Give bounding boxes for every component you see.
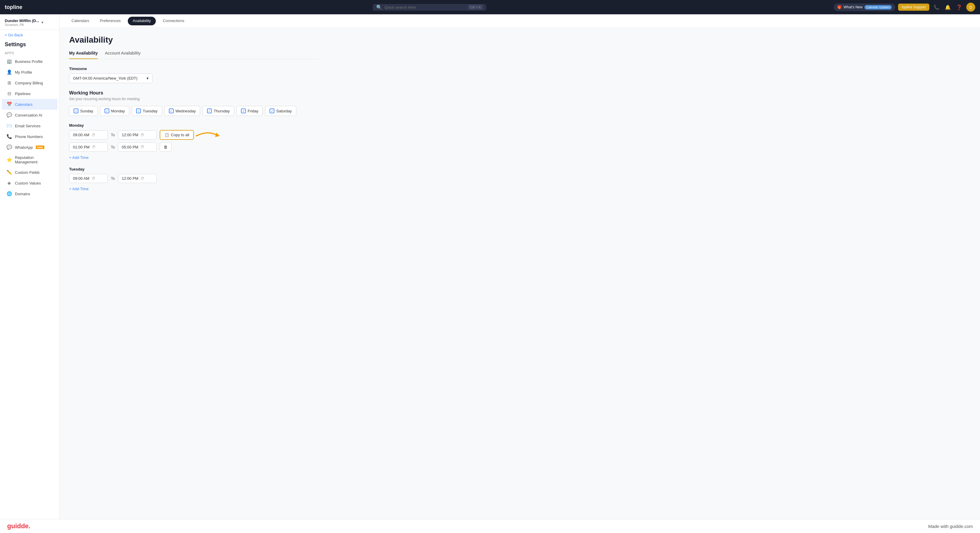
avatar[interactable]: D <box>966 3 975 12</box>
sidebar-item-custom-values[interactable]: ◈ Custom Values <box>2 178 57 188</box>
domains-icon: 🌐 <box>6 191 12 196</box>
sidebar-item-conversation-ai[interactable]: 💬 Conversation AI <box>2 110 57 120</box>
copy-all-wrapper: 📋 Copy to all <box>160 130 194 140</box>
search-input[interactable] <box>385 5 466 10</box>
sidebar-item-phone-numbers[interactable]: 📞 Phone Numbers <box>2 131 57 142</box>
account-sub: Scranton, PA <box>5 23 39 27</box>
tuesday-row: Tuesday 09:00 AM ⏱ To 12:00 PM ⏱ + Add T… <box>69 167 318 192</box>
friday-checkbox[interactable]: ✓ <box>241 109 246 113</box>
sidebar-item-calendars[interactable]: 📅 Calendars <box>2 99 57 110</box>
day-btn-monday[interactable]: ✓ Monday <box>100 106 129 116</box>
custom-values-icon: ◈ <box>6 180 12 186</box>
page-body: Availability My Availability Account Ava… <box>60 28 328 205</box>
friday-label: Friday <box>248 109 258 113</box>
day-buttons: ✓ Sunday ✓ Monday ✓ Tuesday ✓ Wednesday … <box>69 106 318 116</box>
sidebar-item-label: Business Profile <box>15 59 43 64</box>
delete-time-button[interactable]: 🗑 <box>160 142 172 152</box>
sidebar-item-label: Reputation Management <box>15 155 53 164</box>
time-value: 01:00 PM <box>73 145 90 149</box>
calendars-icon: 📅 <box>6 102 12 107</box>
day-btn-wednesday[interactable]: ✓ Wednesday <box>164 106 200 116</box>
support-button[interactable]: topline Support <box>898 3 929 11</box>
wednesday-checkbox[interactable]: ✓ <box>169 109 173 113</box>
working-hours-title: Working Hours <box>69 90 318 96</box>
monday-end-1[interactable]: 12:00 PM ⏱ <box>118 130 157 139</box>
day-btn-thursday[interactable]: ✓ Thursday <box>202 106 234 116</box>
time-value: 09:00 AM <box>73 132 89 137</box>
tuesday-start-1[interactable]: 09:00 AM ⏱ <box>69 174 108 183</box>
copy-icon: 📋 <box>164 132 169 137</box>
chevron-down-icon: ▾ <box>146 76 149 80</box>
day-btn-tuesday[interactable]: ✓ Tuesday <box>132 106 162 116</box>
chevron-down-icon: ▼ <box>41 21 44 24</box>
bell-icon[interactable]: 🔔 <box>943 3 952 11</box>
sidebar-item-email-services[interactable]: ✉️ Email Services <box>2 120 57 131</box>
sidebar-item-label: WhatsApp <box>15 145 33 150</box>
monday-start-2[interactable]: 01:00 PM ⏱ <box>69 142 108 152</box>
whatsapp-icon: 💬 <box>6 145 12 150</box>
calendar-updates-badge: Calendar Updates <box>864 5 892 10</box>
tuesday-checkbox[interactable]: ✓ <box>136 109 141 113</box>
search-shortcut: Ctrl + K <box>468 5 483 10</box>
add-time-monday[interactable]: + Add Time <box>69 154 89 161</box>
timezone-value: GMT-04:00 America/New_York (EDT) <box>73 76 137 80</box>
add-time-tuesday[interactable]: + Add Time <box>69 185 89 192</box>
clock-icon: ⏱ <box>141 177 144 180</box>
phone-icon[interactable]: 📞 <box>932 3 941 11</box>
monday-label: Monday <box>111 109 125 113</box>
pipelines-icon: ⊟ <box>6 91 12 96</box>
time-value: 05:00 PM <box>122 145 138 149</box>
tab-calendars[interactable]: Calendars <box>67 14 94 28</box>
whats-new-button[interactable]: 🎁 What's New Calendar Updates <box>834 3 895 11</box>
inner-tab-account-availability[interactable]: Account Availability <box>105 51 141 59</box>
search-bar[interactable]: 🔍 Ctrl + K <box>373 4 486 10</box>
tab-preferences[interactable]: Preferences <box>95 14 126 28</box>
tab-connections[interactable]: Connections <box>158 14 189 28</box>
monday-checkbox[interactable]: ✓ <box>105 109 109 113</box>
sidebar-item-label: Custom Values <box>15 181 41 185</box>
sidebar-item-domains[interactable]: 🌐 Domains <box>2 188 57 199</box>
search-icon: 🔍 <box>376 5 382 10</box>
account-switcher[interactable]: Dunder Mifflin (D... Scranton, PA ▼ <box>5 19 54 27</box>
timezone-select[interactable]: GMT-04:00 America/New_York (EDT) ▾ <box>69 73 153 83</box>
sidebar-item-whatsapp[interactable]: 💬 WhatsApp beta <box>2 142 57 153</box>
day-btn-sunday[interactable]: ✓ Sunday <box>69 106 98 116</box>
saturday-checkbox[interactable]: ✓ <box>270 109 274 113</box>
apps-section-label: Apps <box>0 49 59 56</box>
tuesday-end-1[interactable]: 12:00 PM ⏱ <box>118 174 157 183</box>
sidebar-item-business-profile[interactable]: 🏢 Business Profile <box>2 56 57 67</box>
copy-to-all-button[interactable]: 📋 Copy to all <box>160 130 194 140</box>
svg-marker-0 <box>215 132 220 137</box>
inner-tabs: My Availability Account Availability <box>69 51 318 59</box>
tuesday-row-label: Tuesday <box>69 167 318 171</box>
monday-time-row-1: 09:00 AM ⏱ To 12:00 PM ⏱ 📋 Copy to all <box>69 130 318 140</box>
tab-availability[interactable]: Availability <box>128 17 156 26</box>
sidebar-item-label: Company Billing <box>15 81 43 85</box>
sunday-label: Sunday <box>80 109 93 113</box>
thursday-checkbox[interactable]: ✓ <box>207 109 212 113</box>
sidebar-item-label: Conversation AI <box>15 113 42 118</box>
to-label-1: To <box>111 132 115 137</box>
sidebar-item-custom-fields[interactable]: ✏️ Custom Fields <box>2 167 57 178</box>
bottom-bar: guidde. Made with guidde.com <box>0 519 980 533</box>
sidebar-item-reputation-mgmt[interactable]: ⭐ Reputation Management <box>2 153 57 167</box>
monday-end-2[interactable]: 05:00 PM ⏱ <box>118 142 157 152</box>
inner-tab-my-availability[interactable]: My Availability <box>69 51 98 59</box>
go-back-link[interactable]: < Go Back <box>0 30 59 39</box>
top-navigation: topline 🔍 Ctrl + K 🎁 What's New Calendar… <box>0 0 980 14</box>
day-btn-friday[interactable]: ✓ Friday <box>237 106 263 116</box>
page-title: Availability <box>69 35 318 45</box>
time-value: 12:00 PM <box>122 176 138 180</box>
sidebar-item-company-billing[interactable]: ⊞ Company Billing <box>2 78 57 88</box>
sidebar-item-label: Email Services <box>15 124 40 128</box>
timezone-label: Timezone <box>69 67 318 71</box>
sunday-checkbox[interactable]: ✓ <box>73 109 78 113</box>
whats-new-icon: 🎁 <box>837 5 842 9</box>
sidebar-item-my-profile[interactable]: 👤 My Profile <box>2 67 57 78</box>
day-btn-saturday[interactable]: ✓ Saturday <box>265 106 296 116</box>
tuesday-label: Tuesday <box>143 109 157 113</box>
help-icon[interactable]: ❓ <box>955 3 963 11</box>
sidebar-item-pipelines[interactable]: ⊟ Pipelines <box>2 88 57 99</box>
clock-icon: ⏱ <box>92 145 95 149</box>
monday-start-1[interactable]: 09:00 AM ⏱ <box>69 130 108 139</box>
